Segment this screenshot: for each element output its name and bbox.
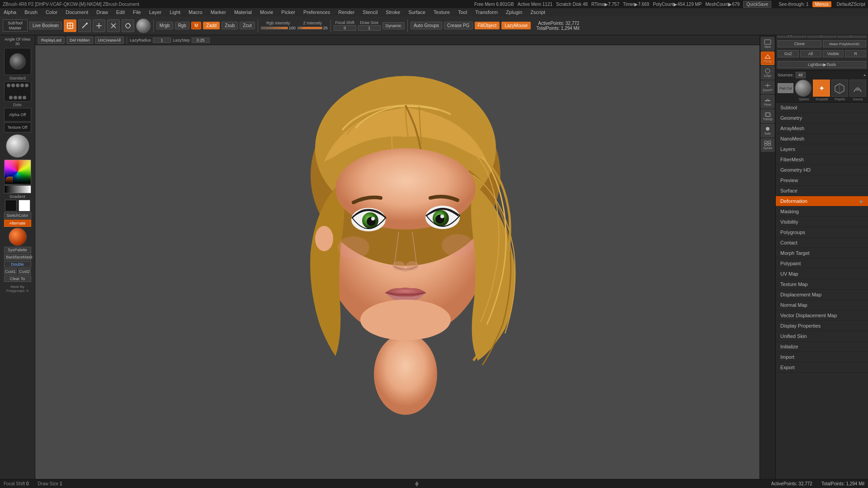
menu-movie[interactable]: Movie [258,9,275,15]
displacement-map-item[interactable]: Displacement Map [776,290,868,300]
menu-texture[interactable]: Texture [432,9,452,15]
alternate-btn[interactable]: Alternate [4,220,31,227]
standard-brush-icon[interactable] [4,48,31,75]
visibility-item[interactable]: Visibility [776,217,868,227]
menu-macro[interactable]: Macro [187,9,204,15]
menu-render[interactable]: Render [336,9,356,15]
persp-btn[interactable]: Persp [761,52,774,65]
menu-tool[interactable]: Tool [456,9,469,15]
menu-color[interactable]: Color [44,9,59,15]
uv-map-item[interactable]: UV Map [776,269,868,279]
menu-edit[interactable]: Edit [114,9,127,15]
zsub-btn[interactable]: Zsub [222,22,238,29]
default-zscript[interactable]: DefaultZScript [837,2,865,7]
export-item[interactable]: Export [776,362,868,373]
menu-layer[interactable]: Layer [147,9,164,15]
m-btn[interactable]: M [191,22,201,29]
visible-btn[interactable]: Visible [823,50,844,57]
sys-palette-btn[interactable]: SysPalette [4,247,31,253]
replay-last-btn[interactable]: ReplayLast [38,37,65,44]
initialize-item[interactable]: Initialize [776,342,868,352]
black-swatch[interactable] [5,200,17,211]
menu-transform[interactable]: Transform [473,9,500,15]
preview-item[interactable]: Preview [776,175,868,186]
contact-item[interactable]: Contact [776,238,868,248]
switch-color-btn[interactable]: SwitchColor [4,212,31,219]
menu-stroke[interactable]: Stroke [384,9,402,15]
menu-brush[interactable]: Brush [23,9,39,15]
focal-shift-input[interactable]: 0 [334,25,356,31]
zcut-btn[interactable]: Zcut [240,22,255,29]
dynamic-btn[interactable]: Dynamic [382,22,405,29]
fibermesh-item[interactable]: FiberMesh [776,155,868,165]
z-intensity-slider[interactable] [297,27,322,29]
new-btn[interactable]: New [761,37,774,51]
arraymesh-item[interactable]: ArrayMesh [776,123,868,134]
double-btn[interactable]: Double [4,261,31,267]
import-item[interactable]: Import [776,352,868,362]
lazy-mouse-btn[interactable]: LazyMouse [501,22,531,29]
all-btn[interactable]: All [800,50,821,57]
texture-map-item[interactable]: Texture Map [776,279,868,290]
lightbox-tools-btn[interactable]: Lightbox▶Tools [778,61,866,68]
make-polymesh-btn[interactable]: Make PolyMesh3D [823,40,867,47]
simplebrush-thumb[interactable]: ✦ [813,80,830,97]
rotate-btn[interactable] [122,19,134,32]
layers-item[interactable]: Layers [776,144,868,155]
morph-target-item[interactable]: Morph Target [776,248,868,258]
polymesh-thumb[interactable] [831,80,848,97]
mrgb-btn[interactable]: Mrgb [156,22,173,29]
geometry-hd-item[interactable]: Geometry HD [776,165,868,175]
live-boolean-btn[interactable]: Live Boolean [29,22,62,29]
unified-skin-item[interactable]: Unified Skin [776,331,868,342]
crease-pg-btn[interactable]: Crease PG [444,22,472,29]
menus-btn[interactable]: Menus [812,1,831,7]
polypaint-item[interactable]: Polypaint [776,258,868,269]
rgb-btn[interactable]: Rgb [175,22,189,29]
dots-brush-icon[interactable] [4,81,31,102]
menu-material[interactable]: Material [232,9,254,15]
draw-btn[interactable] [78,19,91,32]
uncreaseall-btn[interactable]: UnCreaseAll [95,37,124,44]
subtool-master-btn[interactable]: SubTool Master [3,19,28,32]
white-swatch[interactable] [19,200,30,211]
del-hidden-btn[interactable]: Del Hidden [66,37,93,44]
scale-btn[interactable] [107,19,120,32]
brush-settings-sphere[interactable] [6,134,29,158]
menu-document[interactable]: Document [64,9,90,15]
menu-light[interactable]: Light [168,9,182,15]
rgb-intensity-slider[interactable] [261,27,288,29]
menu-zscript[interactable]: Zscript [528,9,547,15]
subtool-item[interactable]: Subtool [776,103,868,113]
cust1-btn[interactable]: Cust1 [4,268,17,275]
edit-btn[interactable] [64,19,76,32]
cust2-btn[interactable]: Cust2 [18,268,31,275]
material-preview[interactable] [136,19,151,33]
angle-of-view-label[interactable]: Angle Of View 30 [2,37,33,46]
menu-preferences[interactable]: Preferences [302,9,332,15]
menu-draw[interactable]: Draw [94,9,110,15]
normal-map-item[interactable]: Normal Map [776,300,868,310]
vector-displacement-item[interactable]: Vector Displacement Map [776,310,868,321]
move-btn[interactable] [93,19,105,32]
zoomt-btn[interactable]: ZoomT [761,80,774,94]
masking-item[interactable]: Masking [776,206,868,217]
menu-zplugin[interactable]: Zplugin [504,9,524,15]
sphere-thumb[interactable] [795,80,811,97]
texture-off-btn[interactable]: Texture Off [4,122,31,132]
menu-marker[interactable]: Marker [209,9,228,15]
xpose-btn[interactable]: Xpose [761,138,774,152]
backface-mask-btn[interactable]: BackfaceMask [4,254,31,260]
gradient-bar[interactable] [4,185,31,193]
clear-to-btn[interactable]: Clear To [4,276,31,282]
goz-btn[interactable]: GoZ [778,50,799,57]
surface-item[interactable]: Surface [776,186,868,196]
flat-col-btn[interactable]: Flat Col [778,83,793,93]
geometry-item[interactable]: Geometry [776,113,868,123]
lazy-step-input[interactable]: 0.25 [192,38,210,43]
menu-picker[interactable]: Picker [279,9,297,15]
polygroups-item[interactable]: Polygroups [776,227,868,238]
draw-size-input[interactable]: 1 [358,25,381,31]
solo-btn[interactable]: Solo [761,124,774,137]
menu-surface[interactable]: Surface [406,9,427,15]
